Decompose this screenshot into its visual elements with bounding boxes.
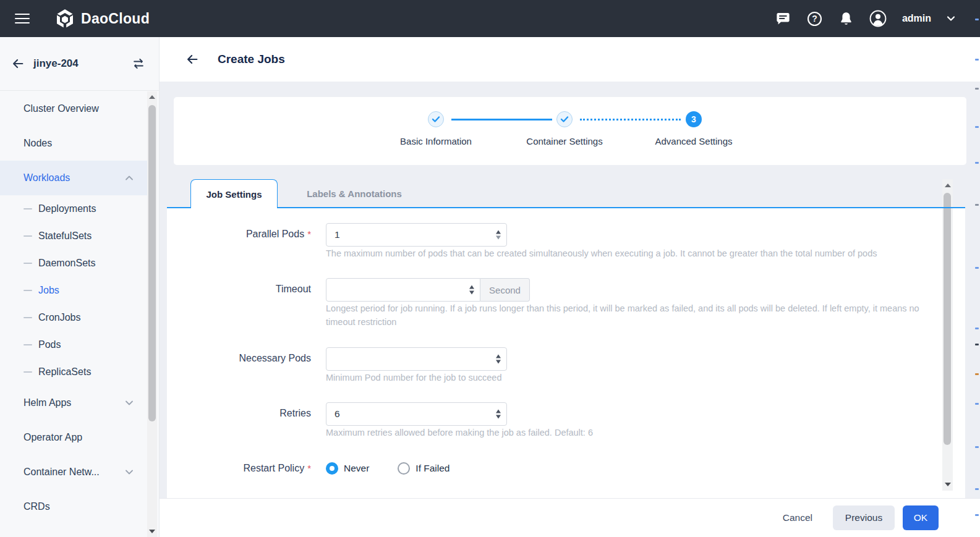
back-icon[interactable] <box>11 57 25 70</box>
chevron-down-icon <box>125 400 134 406</box>
step-connector <box>451 119 552 121</box>
chevron-up-icon <box>125 175 134 181</box>
radio-never-selected[interactable] <box>326 462 338 475</box>
restart-policy-options: Never If Failed <box>326 462 479 475</box>
step-label-basic-information: Basic Information <box>368 136 504 146</box>
necessary-pods-help: Minimum Pod number for the job to succee… <box>326 371 950 384</box>
switch-cluster-icon[interactable] <box>132 57 145 70</box>
dash-icon <box>23 317 32 319</box>
sidebar-item-deployments[interactable]: Deployments <box>0 195 147 222</box>
stepper-arrows-icon[interactable] <box>496 410 501 419</box>
topbar: DaoCloud ? <box>0 0 980 37</box>
tab-labels-annotations[interactable]: Labels & Annotations <box>302 179 407 208</box>
bell-icon[interactable] <box>838 10 855 27</box>
stepper-arrows-icon[interactable] <box>469 285 474 295</box>
avatar-icon[interactable] <box>869 10 887 27</box>
cluster-name: jinye-204 <box>33 57 79 70</box>
content-scrollbar[interactable] <box>942 179 953 491</box>
user-name[interactable]: admin <box>902 13 931 24</box>
sidebar: jinye-204 Cluster Overview Nodes Workloa… <box>0 37 160 537</box>
sidebar-item-workloads[interactable]: Workloads <box>0 161 147 195</box>
sidebar-item-helm-apps[interactable]: Helm Apps <box>0 386 147 420</box>
cancel-button[interactable]: Cancel <box>783 512 812 523</box>
retries-input[interactable] <box>326 403 506 425</box>
help-icon[interactable]: ? <box>806 10 824 27</box>
scrollbar-thumb[interactable] <box>148 105 156 421</box>
back-icon[interactable] <box>185 53 199 66</box>
parallel-pods-help: The maximum number of pods that can be c… <box>326 247 950 260</box>
radio-never-label[interactable]: Never <box>344 463 369 474</box>
required-marker: * <box>307 463 311 473</box>
step-2-done-icon <box>556 111 573 127</box>
sidebar-item-container-network[interactable]: Container Netw... <box>0 455 147 489</box>
chevron-down-icon[interactable] <box>945 13 957 24</box>
step-label-container-settings: Container Settings <box>496 136 633 146</box>
page-header: Create Jobs <box>160 37 980 82</box>
retries-help: Maximum retries allowed before making th… <box>326 426 950 439</box>
sidebar-item-daemonsets[interactable]: DaemonSets <box>0 250 147 277</box>
step-connector-dotted <box>580 119 681 121</box>
restart-policy-label: Restart Policy* <box>167 463 311 474</box>
stepper-arrows-icon[interactable] <box>496 230 501 240</box>
svg-text:?: ? <box>812 14 818 23</box>
sidebar-item-jobs[interactable]: Jobs <box>0 277 147 304</box>
sidebar-item-replicasets[interactable]: ReplicaSets <box>0 358 147 386</box>
step-1-done-icon <box>428 111 444 127</box>
timeout-unit: Second <box>480 278 530 302</box>
form-footer: Cancel Previous OK <box>160 498 980 537</box>
tab-underline <box>167 207 965 208</box>
daocloud-logo <box>54 8 75 29</box>
dash-icon <box>23 263 32 264</box>
scroll-down-icon[interactable] <box>945 483 951 486</box>
chevron-down-icon <box>125 469 134 475</box>
parallel-pods-label: Parallel Pods* <box>167 229 311 240</box>
sidebar-item-nodes[interactable]: Nodes <box>0 126 147 161</box>
scroll-down-icon[interactable] <box>149 530 155 533</box>
job-settings-form: Parallel Pods* The maximum number of pod… <box>167 208 965 498</box>
dash-icon <box>23 290 32 292</box>
timeout-help: Longest period for job running. If a job… <box>326 302 932 329</box>
dash-icon <box>23 371 32 373</box>
stepper-arrows-icon[interactable] <box>496 355 501 364</box>
scroll-up-icon[interactable] <box>149 95 155 99</box>
necessary-pods-input-wrap <box>326 347 507 371</box>
parallel-pods-input[interactable] <box>326 224 506 246</box>
sidebar-item-operator-app[interactable]: Operator App <box>0 420 147 455</box>
sidebar-cluster-header: jinye-204 <box>0 37 159 91</box>
sidebar-nav: Cluster Overview Nodes Workloads Deploym… <box>0 91 147 524</box>
brand[interactable]: DaoCloud <box>54 8 150 29</box>
page-title: Create Jobs <box>218 53 285 66</box>
radio-if-failed[interactable] <box>398 462 410 475</box>
tab-job-settings[interactable]: Job Settings <box>190 179 278 208</box>
retries-input-wrap <box>326 402 507 426</box>
step-label-advanced-settings: Advanced Settings <box>626 136 762 146</box>
message-icon[interactable] <box>775 10 792 27</box>
timeout-label: Timeout <box>167 284 311 295</box>
sidebar-item-cronjobs[interactable]: CronJobs <box>0 304 147 331</box>
scrollbar-thumb[interactable] <box>944 193 951 445</box>
main-area: Create Jobs 3 Basic Information Containe… <box>160 37 980 537</box>
sidebar-item-pods[interactable]: Pods <box>0 331 147 358</box>
sidebar-item-crds[interactable]: CRDs <box>0 489 147 524</box>
sidebar-item-statefulsets[interactable]: StatefulSets <box>0 222 147 250</box>
minimap-strip <box>974 0 980 537</box>
sidebar-scrollbar[interactable] <box>147 91 157 537</box>
hamburger-icon[interactable] <box>15 11 30 27</box>
previous-button[interactable]: Previous <box>833 505 895 530</box>
ok-button[interactable]: OK <box>903 505 939 530</box>
step-3-badge: 3 <box>686 111 702 127</box>
sidebar-item-cluster-overview[interactable]: Cluster Overview <box>0 91 147 126</box>
timeout-input-wrap <box>326 278 480 302</box>
dash-icon <box>23 235 32 237</box>
dash-icon <box>23 344 32 346</box>
retries-label: Retries <box>167 408 311 419</box>
timeout-input[interactable] <box>326 279 480 301</box>
dash-icon <box>23 208 32 210</box>
necessary-pods-label: Necessary Pods <box>167 353 311 364</box>
scroll-up-icon[interactable] <box>945 184 951 187</box>
radio-if-failed-label[interactable]: If Failed <box>415 463 450 474</box>
parallel-pods-input-wrap <box>326 223 507 247</box>
brand-name: DaoCloud <box>81 11 150 27</box>
necessary-pods-input[interactable] <box>326 348 506 370</box>
stepper: 3 Basic Information Container Settings A… <box>174 97 966 165</box>
